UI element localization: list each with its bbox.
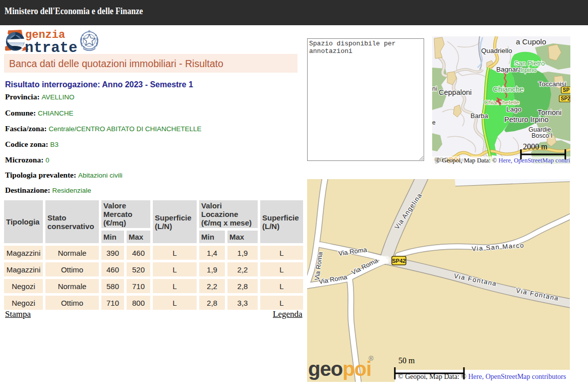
svg-text:SP42: SP42 [392, 258, 406, 264]
svg-text:Chianche: Chianche [493, 85, 523, 93]
svg-text:geopoi: geopoi [308, 358, 371, 380]
svg-text:Petruro Irpino: Petruro Irpino [504, 116, 549, 124]
svg-text:Bosco I: Bosco I [532, 132, 553, 139]
svg-text:®: ® [369, 355, 374, 362]
svg-text:e: e [432, 119, 436, 126]
svg-text:Quadriello: Quadriello [481, 47, 512, 54]
svg-text:SP2: SP2 [561, 96, 570, 101]
svg-text:© Geopoi, Map Data: © Here, Op: © Geopoi, Map Data: © Here, OpenStreetMa… [436, 157, 570, 164]
svg-text:Chianchetelle: Chianchetelle [484, 99, 519, 105]
svg-text:2000 m: 2000 m [523, 142, 548, 151]
svg-text:Irpino: Irpino [520, 66, 537, 74]
svg-text:SP: SP [563, 87, 570, 93]
svg-text:a Cupolo: a Cupolo [516, 37, 546, 46]
svg-text:ni: ni [432, 85, 437, 92]
svg-text:Barba: Barba [471, 112, 488, 120]
svg-text:Ceppaloni: Ceppaloni [439, 88, 472, 96]
svg-text:Lago: Lago [506, 105, 521, 113]
svg-text:50 m: 50 m [398, 356, 415, 365]
